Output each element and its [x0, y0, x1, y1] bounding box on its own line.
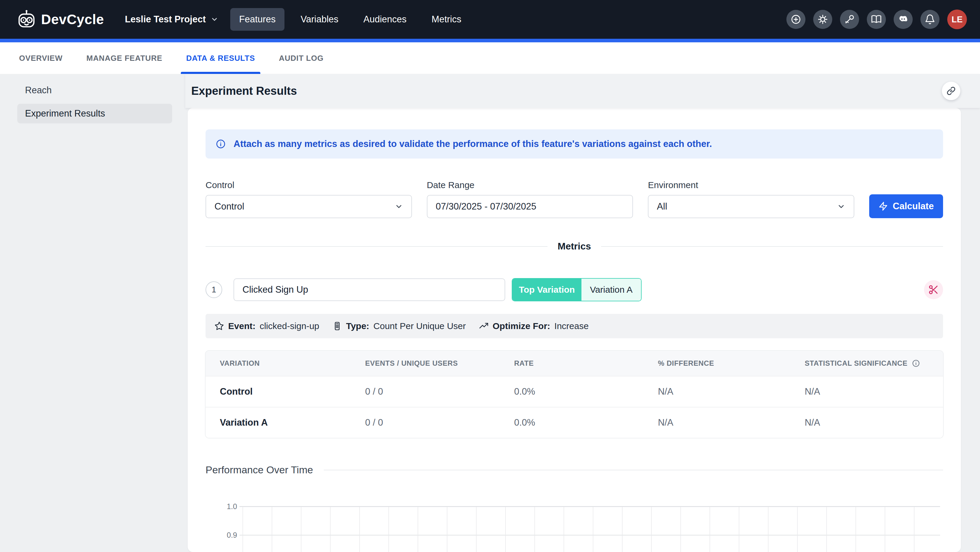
sidebar-item-experiment-results[interactable]: Experiment Results: [17, 104, 172, 123]
remove-metric-button[interactable]: [924, 280, 943, 299]
results-table: VARIATION EVENTS / UNIQUE USERS RATE % D…: [205, 351, 943, 438]
type-detail: Type: Count Per Unique User: [332, 321, 466, 331]
metric-row: 1 Top Variation Variation A: [205, 278, 943, 302]
info-banner: Attach as many metrics as desired to val…: [205, 129, 943, 159]
control-select[interactable]: Control: [205, 195, 412, 218]
metrics-divider: Metrics: [205, 241, 943, 252]
discord-button[interactable]: [894, 10, 913, 29]
experiment-results-card: Attach as many metrics as desired to val…: [188, 108, 961, 552]
metric-detail-bar: Event: clicked-sign-up Type: Count Per U…: [205, 314, 943, 338]
key-icon: [844, 14, 855, 25]
devcycle-logo[interactable]: DevCycle: [17, 10, 104, 29]
nav-link-features[interactable]: Features: [230, 8, 285, 31]
nav-link-variables[interactable]: Variables: [292, 8, 347, 31]
content-area: Reach Experiment Results Experiment Resu…: [0, 74, 980, 552]
variation-toggle: Top Variation Variation A: [512, 278, 642, 302]
top-navbar: DevCycle Leslie Test Project Features Va…: [0, 0, 980, 39]
metric-name-input[interactable]: [234, 278, 505, 301]
filters-row: Control Control Date Range Environment: [205, 180, 943, 218]
nav-link-metrics[interactable]: Metrics: [423, 8, 470, 31]
event-value: clicked-sign-up: [260, 321, 319, 331]
date-range-field: Date Range: [427, 180, 633, 218]
toggle-variation-a[interactable]: Variation A: [581, 279, 641, 301]
performance-title: Performance Over Time: [205, 464, 313, 476]
copy-link-button[interactable]: [942, 82, 960, 100]
calculate-button[interactable]: Calculate: [869, 194, 943, 218]
gridline-1.0: [240, 506, 940, 507]
chevron-down-icon: [395, 203, 403, 211]
accent-strip: [0, 39, 980, 42]
environment-select-value: All: [657, 201, 667, 212]
date-range-input[interactable]: [427, 195, 633, 218]
performance-header: Performance Over Time: [205, 464, 943, 476]
row-events: 0 / 0: [351, 417, 500, 428]
col-events: EVENTS / UNIQUE USERS: [351, 359, 500, 367]
divider-line: [324, 470, 943, 470]
project-name: Leslie Test Project: [125, 14, 206, 25]
chevron-down-icon: [837, 203, 845, 211]
type-label: Type:: [346, 321, 369, 331]
row-difference: N/A: [644, 417, 791, 428]
discord-icon: [898, 14, 908, 25]
col-variation: VARIATION: [205, 359, 351, 367]
table-row: Control 0 / 0 0.0% N/A N/A: [205, 376, 943, 407]
col-significance: STATISTICAL SIGNIFICANCE: [790, 359, 943, 367]
star-icon: [215, 321, 224, 331]
gear-icon: [817, 14, 828, 25]
row-variation: Variation A: [205, 417, 351, 428]
settings-button[interactable]: [813, 10, 832, 29]
type-value: Count Per Unique User: [374, 321, 466, 331]
tab-data-results[interactable]: DATA & RESULTS: [174, 42, 267, 74]
notifications-button[interactable]: [920, 10, 940, 29]
scissors-icon: [928, 284, 939, 295]
main-nav: Features Variables Audiences Metrics: [230, 8, 470, 31]
event-detail: Event: clicked-sign-up: [215, 321, 319, 331]
create-new-button[interactable]: [786, 10, 805, 29]
row-significance: N/A: [790, 386, 943, 397]
chart-vertical-gridlines: [242, 506, 940, 552]
row-rate: 0.0%: [500, 386, 644, 397]
optimize-label: Optimize For:: [493, 321, 550, 331]
page-header: Experiment Results: [185, 74, 980, 108]
main-panel: Experiment Results Attach as many metric…: [185, 74, 980, 552]
col-rate: RATE: [500, 359, 644, 367]
control-field: Control Control: [205, 180, 412, 218]
optimize-detail: Optimize For: Increase: [479, 321, 589, 331]
metric-index-badge: 1: [205, 281, 222, 298]
tab-manage-feature[interactable]: MANAGE FEATURE: [75, 42, 174, 74]
link-icon: [947, 86, 956, 96]
info-banner-text: Attach as many metrics as desired to val…: [234, 139, 712, 149]
performance-chart: 1.0 0.9: [242, 495, 940, 552]
api-keys-button[interactable]: [840, 10, 859, 29]
y-tick-1.0: 1.0: [227, 502, 237, 511]
row-events: 0 / 0: [351, 386, 500, 397]
y-tick-0.9: 0.9: [227, 531, 237, 539]
nav-link-audiences[interactable]: Audiences: [355, 8, 415, 31]
date-range-label: Date Range: [427, 180, 633, 190]
docs-button[interactable]: [867, 10, 886, 29]
control-select-value: Control: [215, 201, 244, 212]
col-significance-label: STATISTICAL SIGNIFICANCE: [805, 359, 907, 367]
row-significance: N/A: [790, 417, 943, 428]
tab-audit-log[interactable]: AUDIT LOG: [267, 42, 336, 74]
project-selector[interactable]: Leslie Test Project: [125, 14, 218, 25]
bell-icon: [924, 14, 935, 25]
sidebar-item-reach[interactable]: Reach: [17, 80, 172, 100]
row-variation: Control: [205, 386, 351, 397]
gridline-0.9: [240, 535, 940, 536]
table-row: Variation A 0 / 0 0.0% N/A N/A: [205, 407, 943, 438]
user-avatar[interactable]: LE: [947, 10, 967, 29]
table-header-row: VARIATION EVENTS / UNIQUE USERS RATE % D…: [205, 351, 943, 376]
info-icon[interactable]: [912, 359, 920, 367]
divider-line: [601, 246, 943, 247]
row-rate: 0.0%: [500, 417, 644, 428]
tab-overview[interactable]: OVERVIEW: [7, 42, 75, 74]
calculate-button-label: Calculate: [893, 201, 934, 212]
row-difference: N/A: [644, 386, 791, 397]
toggle-top-variation[interactable]: Top Variation: [512, 279, 581, 301]
col-difference: % DIFFERENCE: [644, 359, 791, 367]
environment-select[interactable]: All: [648, 195, 854, 218]
brand-wordmark: DevCycle: [41, 11, 104, 27]
sidebar: Reach Experiment Results: [0, 74, 185, 552]
plus-circle-icon: [791, 14, 801, 25]
